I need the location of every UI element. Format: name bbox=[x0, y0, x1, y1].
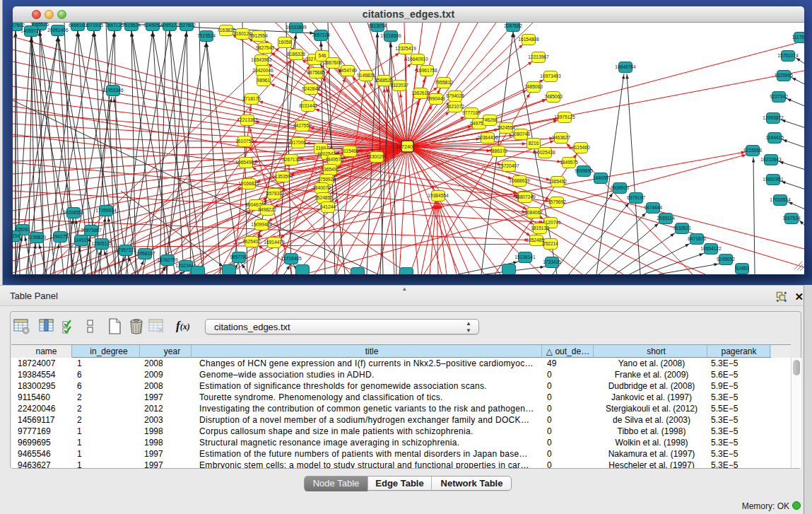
svg-text:3875685: 3875685 bbox=[307, 70, 325, 75]
svg-text:8215958: 8215958 bbox=[743, 148, 762, 153]
svg-text:1610751: 1610751 bbox=[235, 139, 254, 144]
svg-text:17016534: 17016534 bbox=[770, 197, 791, 202]
svg-text:6794028: 6794028 bbox=[446, 93, 464, 98]
svg-text:2756928: 2756928 bbox=[317, 177, 336, 182]
svg-text:20091406: 20091406 bbox=[47, 28, 69, 33]
svg-text:546: 546 bbox=[318, 53, 326, 58]
svg-text:7485063: 7485063 bbox=[544, 94, 563, 99]
svg-text:1117534: 1117534 bbox=[792, 35, 804, 40]
svg-text:23420046: 23420046 bbox=[252, 68, 273, 73]
svg-text:1733426: 1733426 bbox=[543, 259, 561, 264]
svg-text:9227342: 9227342 bbox=[770, 94, 788, 99]
svg-text:12213363: 12213363 bbox=[237, 117, 258, 122]
svg-text:98961: 98961 bbox=[257, 78, 271, 83]
svg-text:12093872: 12093872 bbox=[763, 115, 784, 120]
svg-text:3267130: 3267130 bbox=[282, 157, 300, 162]
svg-text:1365492: 1365492 bbox=[548, 179, 567, 184]
svg-text:9115460: 9115460 bbox=[341, 148, 359, 153]
svg-text:16058: 16058 bbox=[278, 40, 292, 45]
svg-text:9329965: 9329965 bbox=[775, 73, 793, 78]
svg-text:15136141: 15136141 bbox=[514, 255, 536, 259]
svg-text:9245052: 9245052 bbox=[717, 257, 735, 262]
svg-text:20206556: 20206556 bbox=[63, 210, 84, 215]
svg-text:1065327: 1065327 bbox=[160, 23, 179, 28]
svg-text:16154808: 16154808 bbox=[518, 37, 539, 42]
svg-text:19166825: 19166825 bbox=[238, 181, 259, 186]
svg-text:1588520: 1588520 bbox=[375, 78, 393, 83]
svg-text:1244415: 1244415 bbox=[765, 135, 784, 140]
svg-text:1071915: 1071915 bbox=[85, 23, 103, 28]
svg-text:13975125: 13975125 bbox=[554, 115, 575, 119]
svg-text:7515524: 7515524 bbox=[197, 33, 216, 38]
svg-text:21953346: 21953346 bbox=[102, 88, 124, 93]
svg-text:15720407: 15720407 bbox=[498, 163, 519, 168]
svg-text:7955812: 7955812 bbox=[435, 80, 453, 85]
svg-text:9777169: 9777169 bbox=[462, 110, 481, 115]
svg-text:2718176: 2718176 bbox=[242, 96, 261, 101]
svg-text:19218506: 19218506 bbox=[380, 33, 401, 38]
svg-text:12505135: 12505135 bbox=[91, 241, 112, 246]
svg-text:9474444: 9474444 bbox=[644, 205, 662, 210]
svg-text:9524851: 9524851 bbox=[314, 195, 333, 200]
svg-text:39154: 39154 bbox=[13, 233, 20, 238]
svg-text:641244: 641244 bbox=[320, 204, 336, 209]
svg-text:1080748: 1080748 bbox=[512, 132, 530, 136]
svg-text:16210643: 16210643 bbox=[760, 157, 782, 162]
svg-text:114519: 114519 bbox=[73, 238, 89, 243]
svg-text:1167534: 1167534 bbox=[782, 216, 801, 221]
svg-text:9827543: 9827543 bbox=[256, 45, 274, 50]
svg-text:9857791: 9857791 bbox=[230, 255, 248, 259]
svg-text:1362615: 1362615 bbox=[411, 90, 430, 95]
svg-text:9245052: 9245052 bbox=[143, 23, 162, 28]
svg-text:2156829: 2156829 bbox=[28, 235, 46, 240]
svg-text:2087682: 2087682 bbox=[504, 23, 522, 28]
svg-text:8031447: 8031447 bbox=[299, 103, 317, 108]
svg-text:2867608: 2867608 bbox=[324, 60, 342, 65]
svg-text:10688639: 10688639 bbox=[509, 178, 530, 183]
svg-text:9242848: 9242848 bbox=[302, 86, 320, 91]
svg-text:30975867: 30975867 bbox=[81, 228, 102, 233]
svg-text:3824554: 3824554 bbox=[497, 125, 515, 130]
svg-text:16961758: 16961758 bbox=[416, 68, 437, 73]
svg-text:317006: 317006 bbox=[290, 140, 306, 145]
svg-text:9146821: 9146821 bbox=[357, 73, 375, 78]
svg-text:8813054: 8813054 bbox=[368, 23, 387, 28]
svg-text:19099489: 19099489 bbox=[251, 222, 272, 227]
svg-text:7857224: 7857224 bbox=[312, 33, 330, 37]
svg-text:14055724: 14055724 bbox=[20, 28, 42, 33]
svg-text:1849575: 1849575 bbox=[325, 157, 343, 162]
svg-text:9084067: 9084067 bbox=[524, 210, 543, 215]
svg-text:164095: 164095 bbox=[593, 175, 608, 180]
svg-text:15716485: 15716485 bbox=[281, 256, 302, 261]
svg-text:1365492: 1365492 bbox=[321, 167, 339, 172]
svg-text:557833: 557833 bbox=[266, 191, 282, 196]
svg-text:16033809: 16033809 bbox=[286, 25, 307, 30]
svg-text:9498222: 9498222 bbox=[258, 207, 276, 212]
svg-text:12942757: 12942757 bbox=[49, 234, 71, 239]
svg-text:9699695: 9699695 bbox=[575, 168, 593, 173]
svg-text:10958107: 10958107 bbox=[134, 251, 155, 256]
svg-text:9463627: 9463627 bbox=[552, 135, 570, 140]
svg-text:8216: 8216 bbox=[529, 141, 539, 146]
svg-text:16782759: 16782759 bbox=[157, 257, 178, 262]
svg-text:6379197: 6379197 bbox=[627, 195, 645, 200]
svg-text:19384554: 19384554 bbox=[428, 193, 449, 198]
svg-text:19654983: 19654983 bbox=[235, 160, 257, 165]
svg-text:7886372: 7886372 bbox=[489, 148, 507, 153]
svg-text:8471676: 8471676 bbox=[688, 236, 706, 241]
svg-text:20364436: 20364436 bbox=[477, 135, 498, 140]
svg-text:15692951: 15692951 bbox=[763, 177, 784, 182]
svg-text:1667135: 1667135 bbox=[105, 23, 124, 28]
svg-text:11353594: 11353594 bbox=[273, 174, 293, 179]
svg-text:12325419: 12325419 bbox=[395, 46, 416, 51]
svg-text:10654122: 10654122 bbox=[700, 246, 722, 251]
svg-text:8938923: 8938923 bbox=[611, 185, 629, 190]
svg-text:10973493: 10973493 bbox=[540, 74, 561, 78]
svg-text:8454749: 8454749 bbox=[339, 68, 357, 73]
svg-text:17359934: 17359934 bbox=[95, 208, 117, 213]
svg-text:1849575: 1849575 bbox=[560, 160, 578, 165]
svg-text:16648784: 16648784 bbox=[615, 64, 636, 69]
svg-text:9115460: 9115460 bbox=[572, 145, 590, 150]
svg-text:252214: 252214 bbox=[543, 241, 558, 246]
svg-text:16914479: 16914479 bbox=[264, 240, 285, 245]
